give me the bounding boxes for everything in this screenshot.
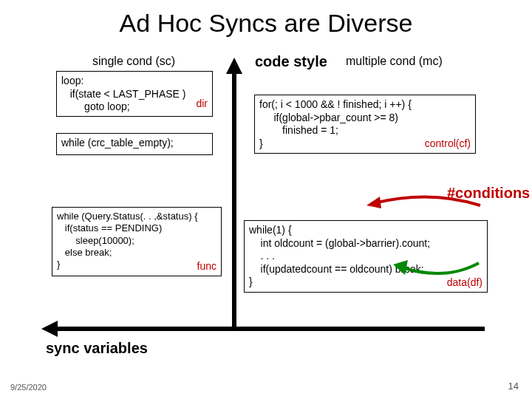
footer-date: 9/25/2020 — [10, 383, 47, 392]
header-sc: single cond (sc) — [92, 55, 175, 68]
header-mc: multiple cond (mc) — [346, 55, 443, 68]
code-line: else break; — [57, 247, 216, 259]
arrow-vertical — [223, 58, 245, 346]
axis-code-style: code style — [255, 53, 327, 70]
code-line: sleep(10000); — [57, 235, 216, 247]
code-line: while(1) { — [249, 224, 482, 237]
tag-func: func — [197, 260, 216, 273]
code-box-sc2: while (crc_table_empty); — [56, 133, 213, 155]
tag-control: control(cf) — [425, 137, 471, 151]
tag-data: data(df) — [447, 276, 482, 290]
svg-marker-1 — [226, 58, 242, 74]
code-line: . . . — [249, 250, 482, 263]
code-line: if(status == PENDING) — [57, 222, 216, 234]
hash-conditions: #conditions — [447, 185, 530, 202]
svg-marker-3 — [41, 321, 58, 337]
code-line: if(global->pbar_count >= 8) — [259, 112, 471, 125]
svg-marker-4 — [366, 197, 381, 208]
code-line: if(state < LAST_PHASE ) — [61, 88, 208, 101]
code-line: while (crc_table_empty); — [61, 137, 208, 150]
code-line: if(updatedcount == oldcount) break; — [249, 263, 482, 276]
footer-page-number: 14 — [508, 381, 519, 392]
code-line: finished = 1; — [259, 124, 471, 137]
arrow-horizontal — [41, 318, 499, 340]
code-line: for(; i < 1000 && ! finished; i ++) { — [259, 98, 471, 112]
code-box-mc2: while(1) { int oldcount = (global->barri… — [244, 220, 488, 293]
code-line: while (Query.Status(. . ,&status) { — [57, 211, 216, 222]
axis-sync-vars: sync variables — [46, 340, 148, 357]
code-box-sc3: while (Query.Status(. . ,&status) { if(s… — [52, 207, 222, 276]
code-box-sc1: loop: if(state < LAST_PHASE ) goto loop;… — [56, 71, 213, 117]
tag-dir: dir — [196, 98, 208, 111]
code-line: goto loop; — [61, 100, 208, 114]
code-line: } — [57, 259, 216, 270]
code-box-mc1: for(; i < 1000 && ! finished; i ++) { if… — [254, 95, 476, 154]
slide-title: Ad Hoc Syncs are Diverse — [0, 0, 532, 38]
code-line: loop: — [61, 75, 208, 88]
code-line: int oldcount = (global->barrier).count; — [249, 237, 482, 250]
